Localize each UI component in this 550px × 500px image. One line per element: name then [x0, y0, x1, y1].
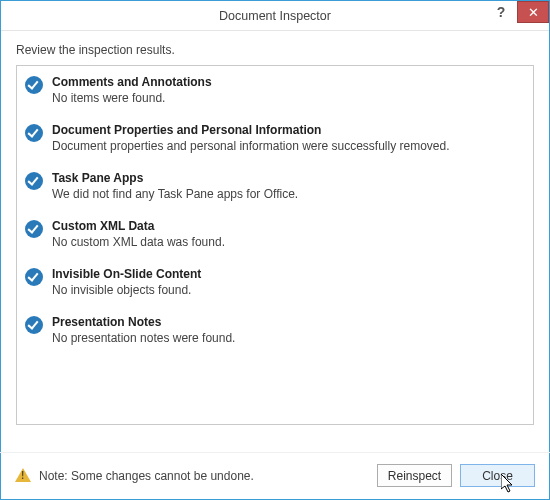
checkmark-icon — [25, 220, 43, 238]
result-description: No invisible objects found. — [52, 283, 523, 297]
result-title: Custom XML Data — [52, 219, 523, 233]
result-item: Comments and Annotations No items were f… — [17, 66, 533, 114]
result-description: Document properties and personal informa… — [52, 139, 523, 153]
result-description: No custom XML data was found. — [52, 235, 523, 249]
dialog-footer: Note: Some changes cannot be undone. Rei… — [0, 452, 550, 500]
result-title: Document Properties and Personal Informa… — [52, 123, 523, 137]
result-texts: Comments and Annotations No items were f… — [52, 75, 523, 105]
reinspect-button[interactable]: Reinspect — [377, 464, 452, 487]
close-button[interactable]: Close — [460, 464, 535, 487]
checkmark-icon — [25, 76, 43, 94]
result-title: Comments and Annotations — [52, 75, 523, 89]
window-title: Document Inspector — [1, 9, 549, 23]
result-texts: Task Pane Apps We did not find any Task … — [52, 171, 523, 201]
result-title: Invisible On-Slide Content — [52, 267, 523, 281]
dialog-content: Review the inspection results. Comments … — [1, 31, 549, 425]
result-item: Custom XML Data No custom XML data was f… — [17, 210, 533, 258]
close-window-button[interactable]: ✕ — [517, 1, 549, 23]
instruction-text: Review the inspection results. — [16, 43, 534, 57]
checkmark-icon — [25, 124, 43, 142]
result-title: Presentation Notes — [52, 315, 523, 329]
result-description: We did not find any Task Pane apps for O… — [52, 187, 523, 201]
checkmark-icon — [25, 172, 43, 190]
result-item: Presentation Notes No presentation notes… — [17, 306, 533, 354]
results-list: Comments and Annotations No items were f… — [16, 65, 534, 425]
footer-note: Note: Some changes cannot be undone. — [39, 469, 369, 483]
result-title: Task Pane Apps — [52, 171, 523, 185]
result-item: Document Properties and Personal Informa… — [17, 114, 533, 162]
result-texts: Custom XML Data No custom XML data was f… — [52, 219, 523, 249]
help-button[interactable]: ? — [485, 1, 517, 23]
result-description: No items were found. — [52, 91, 523, 105]
result-texts: Invisible On-Slide Content No invisible … — [52, 267, 523, 297]
result-item: Task Pane Apps We did not find any Task … — [17, 162, 533, 210]
titlebar: Document Inspector ? ✕ — [1, 1, 549, 31]
window-controls: ? ✕ — [485, 1, 549, 23]
warning-icon — [15, 468, 31, 484]
result-description: No presentation notes were found. — [52, 331, 523, 345]
checkmark-icon — [25, 268, 43, 286]
result-texts: Document Properties and Personal Informa… — [52, 123, 523, 153]
result-texts: Presentation Notes No presentation notes… — [52, 315, 523, 345]
result-item: Invisible On-Slide Content No invisible … — [17, 258, 533, 306]
checkmark-icon — [25, 316, 43, 334]
